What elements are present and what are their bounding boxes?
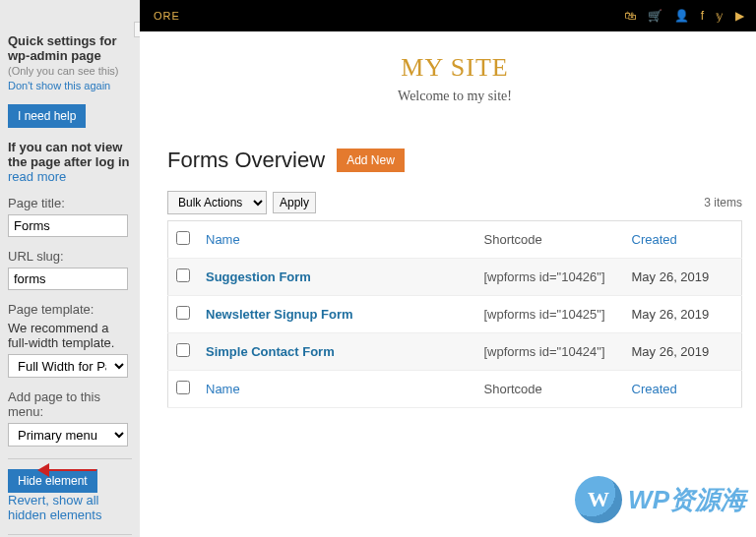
template-label: Page template: xyxy=(8,302,132,317)
template-hint: We recommend a full-width template. xyxy=(8,321,132,350)
quick-settings-sidebar: x Quick settings for wp-admin page (Only… xyxy=(0,0,140,537)
save-arrow-annotation xyxy=(37,460,96,480)
row-shortcode: [wpforms id="10425"] xyxy=(476,296,624,333)
col-shortcode: Shortcode xyxy=(476,221,624,259)
sidebar-note: (Only you can see this) xyxy=(8,65,119,77)
col-created-foot[interactable]: Created xyxy=(624,371,742,408)
row-shortcode: [wpforms id="10424"] xyxy=(476,333,624,371)
topbar-icons: 🛍 🛒 👤 f 𝕪 ▶ xyxy=(624,9,744,23)
items-count: 3 items xyxy=(704,196,742,209)
row-checkbox[interactable] xyxy=(176,343,190,357)
row-checkbox[interactable] xyxy=(176,306,190,320)
page-title-input[interactable] xyxy=(8,214,128,237)
facebook-icon[interactable]: f xyxy=(701,9,704,23)
col-shortcode-foot: Shortcode xyxy=(476,371,624,408)
url-slug-label: URL slug: xyxy=(8,249,132,264)
twitter-icon[interactable]: 𝕪 xyxy=(716,9,724,23)
select-all-checkbox-foot[interactable] xyxy=(176,381,190,394)
row-created: May 26, 2019 xyxy=(624,259,742,296)
read-more-link[interactable]: read more xyxy=(8,169,66,184)
watermark-text: WP资源海 xyxy=(628,483,746,517)
dont-show-link[interactable]: Don't show this again xyxy=(8,80,110,91)
table-row: Suggestion Form [wpforms id="10426"] May… xyxy=(168,259,742,296)
filters-row: Bulk Actions Apply 3 items xyxy=(167,191,742,214)
page-heading: Forms Overview xyxy=(167,148,325,173)
watermark: WP资源海 xyxy=(575,476,746,523)
bulk-actions-select[interactable]: Bulk Actions xyxy=(167,191,267,214)
select-all-checkbox[interactable] xyxy=(176,231,190,245)
menu-select[interactable]: Primary menu xyxy=(8,423,128,447)
page-title-label: Page title: xyxy=(8,196,132,210)
site-tagline: Welcome to my site! xyxy=(154,89,756,104)
user-icon[interactable]: 👤 xyxy=(674,9,689,23)
cannot-view-text: If you can not view the page after log i… xyxy=(8,140,130,169)
sidebar-heading: Quick settings for wp-admin page xyxy=(8,33,117,63)
form-name-link[interactable]: Newsletter Signup Form xyxy=(206,307,353,322)
form-name-link[interactable]: Suggestion Form xyxy=(206,269,311,284)
youtube-icon[interactable]: ▶ xyxy=(735,9,744,23)
row-created: May 26, 2019 xyxy=(624,296,742,333)
form-name-link[interactable]: Simple Contact Form xyxy=(206,344,335,359)
topbar-text: ORE xyxy=(154,10,180,22)
need-help-button[interactable]: I need help xyxy=(8,104,86,128)
table-row: Newsletter Signup Form [wpforms id="1042… xyxy=(168,296,742,333)
bag-icon[interactable]: 🛍 xyxy=(624,9,636,23)
site-title: MY SITE xyxy=(154,53,756,83)
template-select[interactable]: Full Width for Page Builder xyxy=(8,354,128,378)
admin-content: Forms Overview Add New Bulk Actions Appl… xyxy=(154,134,756,422)
wp-logo-icon xyxy=(575,476,622,523)
apply-button[interactable]: Apply xyxy=(273,192,316,213)
main-area: MY SITE Welcome to my site! Forms Overvi… xyxy=(154,31,756,537)
col-name-foot[interactable]: Name xyxy=(198,371,476,408)
forms-table: Name Shortcode Created Suggestion Form [… xyxy=(167,220,742,408)
close-sidebar-button[interactable]: x xyxy=(134,22,140,37)
table-row: Simple Contact Form [wpforms id="10424"]… xyxy=(168,333,742,371)
revert-link[interactable]: Revert, show all hidden elements xyxy=(8,493,101,522)
row-shortcode: [wpforms id="10426"] xyxy=(476,259,624,296)
url-slug-input[interactable] xyxy=(8,268,128,290)
row-created: May 26, 2019 xyxy=(624,333,742,371)
col-name[interactable]: Name xyxy=(198,221,476,259)
add-new-button[interactable]: Add New xyxy=(337,149,405,172)
cart-icon[interactable]: 🛒 xyxy=(648,9,662,23)
col-created[interactable]: Created xyxy=(624,221,742,259)
add-menu-label: Add page to this menu: xyxy=(8,389,132,419)
row-checkbox[interactable] xyxy=(176,268,190,282)
